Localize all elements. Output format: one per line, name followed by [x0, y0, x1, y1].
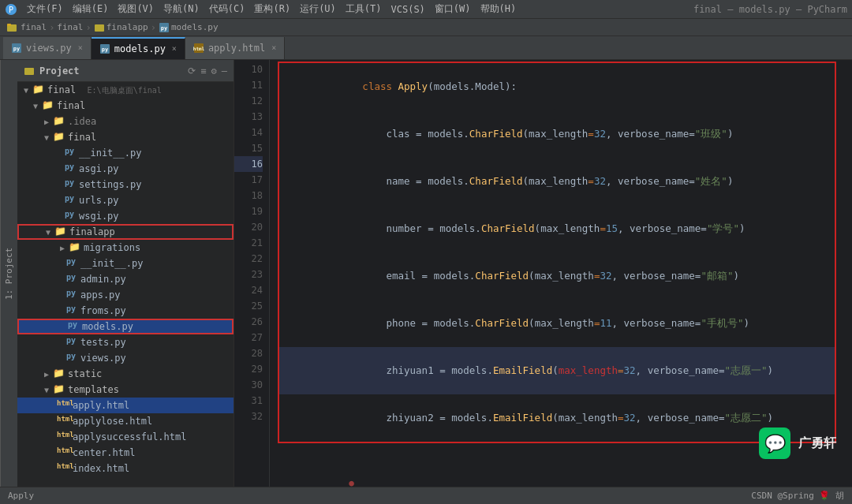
tree-item-init2[interactable]: py __init__.py: [17, 256, 234, 271]
tree-item-center[interactable]: html center.html: [17, 445, 234, 461]
folder-icon-final: 📁: [41, 99, 54, 112]
menu-file[interactable]: 文件(F): [22, 1, 68, 17]
folder-icon-final-inner: 📁: [52, 131, 65, 144]
tab-close-apply[interactable]: ×: [271, 43, 276, 52]
html-icon-apply-tree: html: [57, 399, 69, 412]
tab-models[interactable]: py models.py ×: [92, 37, 185, 59]
project-header: Project ⟳ ≡ ⚙ —: [17, 60, 234, 82]
py-icon-models: py: [99, 43, 110, 54]
tab-close-views[interactable]: ×: [78, 43, 83, 52]
minimize-icon[interactable]: —: [222, 65, 227, 77]
tree-label-center: center.html: [73, 447, 135, 458]
tree-item-root-final[interactable]: ▼ 📁 final E:\电脑桌面\final: [17, 82, 234, 98]
py-icon-admin: py: [65, 273, 77, 286]
code-content-area[interactable]: class Apply(models.Model): clas = models…: [270, 60, 852, 487]
tree-item-apps[interactable]: py apps.py: [17, 287, 234, 303]
breadcrumb-final1[interactable]: final: [21, 22, 47, 32]
settings-icon[interactable]: ⚙: [211, 65, 217, 77]
menu-edit[interactable]: 编辑(E): [68, 1, 114, 17]
py-icon-init2: py: [65, 257, 77, 270]
tree-item-settings[interactable]: py settings.py: [17, 177, 234, 192]
tree-label-urls: urls.py: [79, 195, 119, 206]
tree-item-froms[interactable]: py froms.py: [17, 303, 234, 319]
py-icon-views-tree: py: [65, 352, 77, 364]
code-editor[interactable]: 10 11 12 13 14 15 16 17 18 19 20 21 22 2…: [234, 60, 852, 487]
tree-label-static: static: [68, 368, 102, 379]
breadcrumb-final2[interactable]: final: [57, 22, 83, 32]
content-area: 1: Project Project ⟳ ≡ ⚙ —: [0, 60, 852, 487]
menu-view[interactable]: 视图(V): [113, 1, 159, 17]
tree-item-models[interactable]: py models.py: [17, 319, 234, 334]
menu-run[interactable]: 运行(U): [295, 1, 341, 17]
tab-views[interactable]: py views.py ×: [3, 37, 92, 59]
svg-rect-4: [95, 24, 104, 32]
menu-vcs[interactable]: VCS(S): [387, 2, 430, 17]
tree-label-settings: settings.py: [79, 179, 141, 190]
tree-label-models: models.py: [82, 321, 133, 332]
py-icon-breadcrumb: py: [159, 22, 170, 33]
tab-apply[interactable]: html apply.html ×: [185, 37, 285, 59]
py-icon-urls: py: [63, 194, 76, 207]
arrow-templates: ▼: [41, 386, 52, 394]
tree-item-index[interactable]: html index.html: [17, 461, 234, 476]
menu-code[interactable]: 代码(C): [204, 1, 250, 17]
status-left: Apply: [8, 491, 34, 501]
code-line-14: email = models.CharField(max_length=32, …: [279, 252, 835, 300]
svg-text:P: P: [9, 6, 13, 14]
py-icon-models-tree: py: [66, 320, 79, 333]
tree-item-final-inner[interactable]: ▼ 📁 final: [17, 129, 234, 145]
arrow-migrations: ▶: [57, 244, 68, 252]
tree-label-admin: admin.py: [80, 274, 126, 285]
tree-item-templates[interactable]: ▼ 📁 templates: [17, 382, 234, 398]
tree-item-finalapp[interactable]: ▼ 📁 finalapp: [17, 224, 234, 240]
tree-item-init1[interactable]: py __init__.py: [17, 145, 234, 161]
tree-label-tests: tests.py: [80, 337, 126, 348]
tree-item-asgi[interactable]: py asgi.py: [17, 161, 234, 177]
tree-label-asgi: asgi.py: [79, 163, 119, 174]
collapse-icon[interactable]: ≡: [200, 65, 206, 77]
arrow-final: ▼: [30, 102, 41, 110]
tree-item-applylose[interactable]: html applylose.html: [17, 413, 234, 429]
tree-label-views: views.py: [80, 353, 126, 364]
tree-label-final-inner: final: [68, 132, 96, 143]
menu-window[interactable]: 窗口(W): [430, 1, 476, 17]
breadcrumb-models[interactable]: models.py: [171, 22, 219, 32]
tree-label-apply: apply.html: [73, 400, 129, 411]
py-icon-asgi: py: [63, 162, 76, 175]
wechat-icon: 💬: [759, 427, 790, 459]
file-tree: Project ⟳ ≡ ⚙ — ▼ 📁 final E:\电脑桌面\final: [17, 60, 234, 487]
tree-label-idea: .idea: [68, 116, 96, 127]
menu-navigate[interactable]: 导航(N): [159, 1, 204, 17]
tree-item-urls[interactable]: py urls.py: [17, 192, 234, 208]
status-right: CSDN @Spring 🌹 胡: [751, 490, 844, 502]
project-icon: [24, 65, 35, 77]
tree-item-apply-html[interactable]: html apply.html: [17, 398, 234, 413]
tree-item-views-tree[interactable]: py views.py: [17, 350, 234, 366]
menu-refactor[interactable]: 重构(R): [249, 1, 295, 17]
tree-item-migrations[interactable]: ▶ 📁 migrations: [17, 240, 234, 256]
tab-bar: py views.py × py models.py × html apply.…: [0, 36, 852, 60]
tab-close-models[interactable]: ×: [172, 44, 177, 53]
tree-item-final[interactable]: ▼ 📁 final: [17, 98, 234, 114]
tree-item-static[interactable]: ▶ 📁 static: [17, 366, 234, 382]
tree-item-idea[interactable]: ▶ 📁 .idea: [17, 114, 234, 129]
tree-item-tests[interactable]: py tests.py: [17, 334, 234, 350]
menu-help[interactable]: 帮助(H): [476, 1, 521, 17]
tree-item-admin[interactable]: py admin.py: [17, 271, 234, 287]
menu-tools[interactable]: 工具(T): [341, 1, 387, 17]
tree-label-init2: __init__.py: [80, 258, 143, 269]
folder-icon-idea: 📁: [52, 115, 65, 128]
py-icon-wsgi: py: [63, 210, 76, 222]
tree-label-froms: froms.py: [80, 305, 126, 316]
code-line-13: number = models.CharField(max_length=15,…: [279, 205, 835, 252]
tree-item-wsgi[interactable]: py wsgi.py: [17, 208, 234, 224]
breadcrumb-finalapp[interactable]: finalapp: [106, 22, 148, 32]
py-icon-froms: py: [65, 304, 77, 317]
py-icon-views: py: [11, 43, 22, 54]
sync-icon[interactable]: ⟳: [188, 65, 196, 77]
html-icon-apply: html: [193, 43, 204, 54]
svg-text:py: py: [102, 47, 109, 53]
vertical-project-label[interactable]: 1: Project: [0, 60, 17, 487]
tree-item-applysuccessful[interactable]: html applysuccessful.html: [17, 429, 234, 445]
svg-text:py: py: [161, 25, 168, 32]
